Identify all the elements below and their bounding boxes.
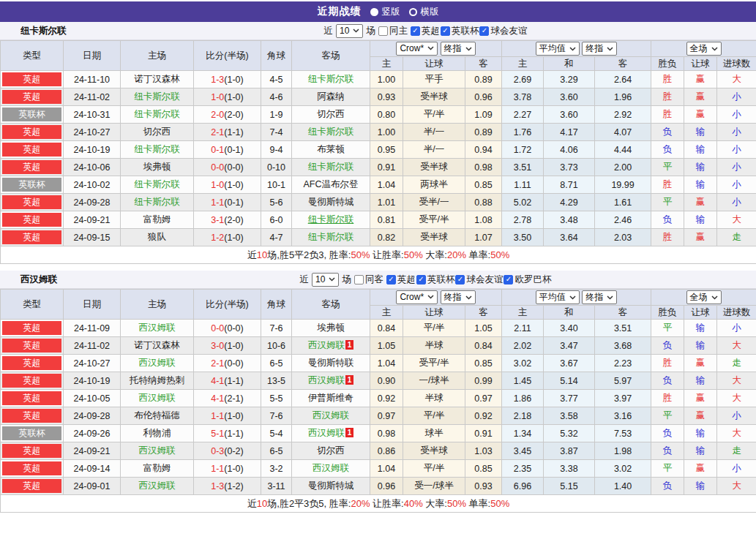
competition-checkbox[interactable]: ✓英超 — [411, 25, 440, 37]
team-link[interactable]: 西汉姆联 — [139, 323, 176, 333]
team-link[interactable]: 纽卡斯尔联 — [134, 179, 180, 189]
bookmaker-select[interactable]: Crow* — [396, 290, 438, 304]
team-cell-content: 切尔西 — [317, 445, 345, 456]
corner-cell: 5-4 — [261, 425, 292, 442]
away-team-cell: 埃弗顿 — [292, 320, 370, 337]
chevron-down-icon — [607, 47, 613, 51]
team-link[interactable]: 利物浦 — [143, 428, 171, 438]
team-link[interactable]: 西汉姆联 — [312, 463, 349, 473]
summary-segment: 近 — [247, 249, 257, 260]
team-link[interactable]: AFC温布尔登 — [304, 179, 359, 189]
team-link[interactable]: 纽卡斯尔联 — [308, 74, 354, 84]
odds-away-cell: 0.92 — [465, 407, 502, 425]
fulltime-score: 1-1 — [211, 197, 224, 208]
team-link[interactable]: 托特纳姆热刺 — [130, 375, 184, 385]
team-link[interactable]: 纽卡斯尔联 — [308, 214, 354, 225]
corner-cell: 6-5 — [261, 355, 292, 372]
team-link[interactable]: 纽卡斯尔联 — [134, 144, 180, 154]
average-time-select[interactable]: 终指 — [582, 42, 617, 56]
team-link[interactable]: 西汉姆联 — [308, 340, 345, 350]
team-link[interactable]: 纽卡斯尔联 — [134, 197, 180, 207]
team-link[interactable]: 纽卡斯尔联 — [308, 162, 354, 172]
subheader-odds-away: 客 — [465, 306, 502, 320]
average-time-select[interactable]: 终指 — [582, 290, 617, 304]
date-cell: 24-09-28 — [64, 194, 121, 211]
layout-radio-horizontal[interactable]: 横版 — [409, 6, 439, 18]
match-count-select[interactable]: 10 — [336, 24, 363, 38]
team-link[interactable]: 切尔西 — [317, 445, 345, 456]
avg-away-cell: 2.03 — [595, 229, 651, 246]
summary-segment: 40% — [404, 498, 423, 509]
filter-controls: 近 10 场 同主 ✓英超✓英联杯✓球会友谊 — [229, 24, 528, 38]
competition-checkbox[interactable]: ✓球会友谊 — [455, 274, 503, 286]
team-link[interactable]: 西汉姆联 — [308, 375, 345, 385]
chevron-down-icon — [607, 295, 613, 300]
bookmaker-select[interactable]: Crow* — [396, 42, 438, 56]
team-link[interactable]: 曼彻斯特联 — [308, 358, 354, 368]
team-link[interactable]: 切尔西 — [143, 127, 171, 137]
competition-checkbox[interactable]: ✓英联杯 — [441, 25, 479, 37]
team-cell-content: 西汉姆联 — [139, 445, 176, 456]
summary-segment: 50% — [351, 249, 370, 260]
team-link[interactable]: 切尔西 — [317, 109, 345, 119]
average-group-header: 平均值 终指 — [502, 41, 651, 57]
goals-result-cell: 走 — [717, 229, 756, 246]
corner-cell: 13-5 — [261, 372, 292, 390]
team-link[interactable]: 伊普斯维奇 — [308, 393, 354, 403]
team-link[interactable]: 纽卡斯尔联 — [308, 232, 354, 242]
team-link[interactable]: 富勒姆 — [143, 214, 171, 225]
same-venue-checkbox[interactable]: 同客 — [354, 274, 383, 286]
team-link[interactable]: 富勒姆 — [143, 463, 171, 473]
league-badge: 英联杯 — [2, 108, 61, 121]
team-link[interactable]: 纽卡斯尔联 — [134, 91, 180, 102]
odds-time-select[interactable]: 终指 — [441, 42, 476, 56]
team-link[interactable]: 布伦特福德 — [134, 410, 180, 421]
team-cell-content: 利物浦 — [143, 428, 171, 438]
team-link[interactable]: 诺丁汉森林 — [134, 74, 180, 84]
team-link[interactable]: 西汉姆联 — [139, 480, 176, 491]
match-scope-select[interactable]: 全场 — [686, 290, 722, 304]
team-link[interactable]: 纽卡斯尔联 — [134, 109, 180, 119]
column-header-type: 类型 — [1, 290, 64, 320]
handicap-result-cell: 赢 — [684, 229, 717, 246]
team-link[interactable]: 诺丁汉森林 — [134, 340, 180, 350]
team-link[interactable]: 西汉姆联 — [139, 358, 176, 368]
layout-radio-vertical[interactable]: 竖版 — [370, 6, 400, 18]
match-scope-select-value: 全场 — [690, 291, 708, 304]
match-count-select[interactable]: 10 — [312, 273, 339, 287]
team-link[interactable]: 西汉姆联 — [312, 410, 349, 421]
team-cell-content: 埃弗顿 — [143, 162, 171, 172]
away-team-cell: 西汉姆联1 — [292, 337, 370, 355]
team-link[interactable]: 埃弗顿 — [317, 323, 345, 333]
team-link[interactable]: 西汉姆联 — [308, 428, 345, 438]
competition-checkbox[interactable]: ✓球会友谊 — [479, 25, 527, 37]
team-link[interactable]: 埃弗顿 — [143, 162, 171, 172]
competition-checkbox[interactable]: ✓英联杯 — [416, 274, 455, 286]
team-link[interactable]: 布莱顿 — [317, 144, 345, 154]
subheader-odds-away: 客 — [465, 57, 502, 71]
team-link[interactable]: 西汉姆联 — [139, 445, 176, 456]
team-link[interactable]: 曼彻斯特城 — [308, 197, 354, 207]
avg-away-cell: 3.68 — [595, 337, 651, 355]
handicap-result-cell: 赢 — [684, 355, 717, 372]
average-select[interactable]: 平均值 — [536, 290, 580, 304]
home-team-cell: 狼队 — [121, 229, 194, 246]
odds-handicap-cell: 一/球半 — [403, 372, 465, 390]
team-link[interactable]: 阿森纳 — [317, 91, 345, 102]
halftime-score: (1-0) — [224, 464, 243, 474]
home-team-cell: 利物浦 — [121, 425, 194, 442]
match-scope-select[interactable]: 全场 — [686, 42, 722, 56]
average-select[interactable]: 平均值 — [536, 42, 580, 56]
competition-checkbox[interactable]: ✓欧罗巴杯 — [504, 274, 551, 286]
team-link[interactable]: 西汉姆联 — [139, 393, 176, 403]
league-cell: 英联杯 — [1, 176, 64, 194]
same-venue-checkbox[interactable]: 同主 — [378, 25, 408, 37]
odds-away-cell: 1.07 — [465, 229, 502, 246]
section-header-westham: 西汉姆联 近 10 场 同客 ✓英超✓英联杯✓球会友谊✓欧罗巴杯 — [0, 271, 756, 289]
competition-checkbox[interactable]: ✓英超 — [386, 274, 416, 286]
match-count-value: 10 — [340, 26, 349, 36]
team-link[interactable]: 狼队 — [148, 232, 166, 242]
team-link[interactable]: 曼彻斯特城 — [308, 480, 354, 491]
team-link[interactable]: 纽卡斯尔联 — [308, 127, 354, 137]
odds-time-select[interactable]: 终指 — [441, 290, 476, 304]
